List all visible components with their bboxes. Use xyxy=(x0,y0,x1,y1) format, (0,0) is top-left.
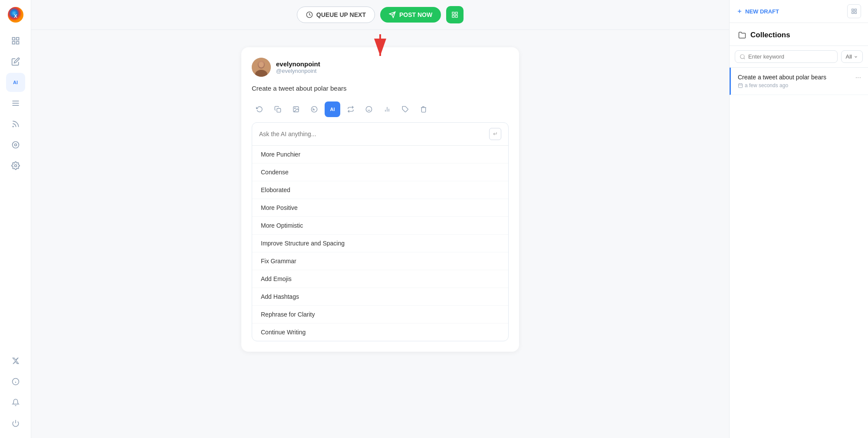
svg-point-35 xyxy=(366,106,372,112)
layout-toggle-button[interactable] xyxy=(847,4,861,18)
queue-label: QUEUE UP NEXT xyxy=(316,11,366,18)
collection-item-time: a few seconds ago xyxy=(745,82,788,88)
calendar-icon xyxy=(738,83,743,88)
ai-menu-item-rephrase[interactable]: Rephrase for Clarity xyxy=(252,306,508,324)
sidebar-item-settings[interactable] xyxy=(6,156,25,175)
ai-menu-item-structure[interactable]: Improve Structure and Spacing xyxy=(252,235,508,252)
post-label: POST NOW xyxy=(399,11,432,18)
right-panel: NEW DRAFT Collections All Create a tweet… xyxy=(729,0,868,438)
tag-button[interactable] xyxy=(398,101,413,117)
sidebar-item-power[interactable] xyxy=(6,414,25,433)
filter-dropdown[interactable]: All xyxy=(841,50,863,63)
delete-button[interactable] xyxy=(416,101,431,117)
topbar: QUEUE UP NEXT POST NOW xyxy=(31,0,729,30)
new-draft-label: NEW DRAFT xyxy=(745,8,779,15)
ai-menu-item[interactable]: Eloborated xyxy=(252,181,508,199)
svg-point-12 xyxy=(14,165,16,167)
ai-menu-item[interactable]: Fix Grammar xyxy=(252,252,508,270)
tweet-text: Create a tweet about polar bears xyxy=(252,84,509,94)
svg-point-30 xyxy=(259,62,263,67)
search-row: All xyxy=(730,46,868,68)
collection-item-more-button[interactable]: ··· xyxy=(855,74,861,82)
post-now-button[interactable]: POST NOW xyxy=(380,7,441,23)
sidebar-item-ai[interactable]: AI xyxy=(6,73,25,92)
svg-rect-2 xyxy=(12,38,15,40)
svg-rect-21 xyxy=(456,12,458,14)
collections-title: Collections xyxy=(750,31,790,39)
sidebar-item-twitter[interactable] xyxy=(6,351,25,370)
arrow-indicator xyxy=(372,34,389,62)
svg-text:X: X xyxy=(14,13,17,19)
ai-button[interactable]: AI xyxy=(325,101,340,117)
queue-up-next-button[interactable]: QUEUE UP NEXT xyxy=(297,7,375,23)
ai-menu-item[interactable]: More Optimistic xyxy=(252,217,508,235)
svg-point-11 xyxy=(12,142,19,148)
svg-rect-50 xyxy=(739,84,743,88)
svg-rect-22 xyxy=(452,15,454,17)
svg-point-48 xyxy=(740,54,744,58)
user-info: evelynonpoint @evelynonpoint xyxy=(276,60,320,74)
username: evelynonpoint xyxy=(276,60,320,68)
collections-list: Create a tweet about polar bears a few s… xyxy=(730,68,868,438)
image-button[interactable] xyxy=(288,101,304,117)
retweet-button[interactable] xyxy=(343,101,358,117)
svg-rect-4 xyxy=(12,42,15,44)
svg-point-9 xyxy=(13,126,13,127)
collection-item-title: Create a tweet about polar bears xyxy=(738,74,855,81)
ai-menu-item[interactable]: More Positive xyxy=(252,199,508,217)
emoji-button[interactable] xyxy=(361,101,377,117)
sidebar-item-compose[interactable] xyxy=(6,52,25,71)
sidebar-item-bell[interactable] xyxy=(6,393,25,412)
collection-item[interactable]: Create a tweet about polar bears a few s… xyxy=(730,68,868,95)
post-options-button[interactable] xyxy=(446,6,464,23)
ai-menu-item[interactable]: Add Hashtags xyxy=(252,288,508,306)
svg-rect-46 xyxy=(852,12,854,13)
sidebar-item-info[interactable] xyxy=(6,372,25,391)
svg-point-10 xyxy=(14,144,16,146)
sidebar-item-content[interactable] xyxy=(6,94,25,113)
chevron-down-icon xyxy=(854,55,858,59)
svg-rect-31 xyxy=(277,108,281,112)
sidebar-item-analytics[interactable] xyxy=(6,135,25,154)
new-draft-button[interactable]: NEW DRAFT xyxy=(736,8,779,15)
svg-rect-44 xyxy=(852,9,854,11)
search-input[interactable] xyxy=(748,53,833,60)
ai-menu-item[interactable]: Add Emojis xyxy=(252,270,508,288)
avatar xyxy=(252,58,271,77)
undo-button[interactable] xyxy=(252,101,267,117)
gif-button[interactable] xyxy=(306,101,322,117)
main-content: QUEUE UP NEXT POST NOW xyxy=(31,0,729,438)
ai-menu: More Punchier Condense Eloborated More P… xyxy=(252,146,508,341)
filter-label: All xyxy=(846,53,852,60)
sidebar-item-dashboard[interactable] xyxy=(6,31,25,50)
search-icon xyxy=(740,54,746,60)
svg-rect-5 xyxy=(16,42,19,44)
svg-rect-45 xyxy=(855,9,856,11)
ai-menu-item[interactable]: Continue Writing xyxy=(252,324,508,341)
ai-input-row: ↵ xyxy=(252,123,508,146)
editor-toolbar: AI xyxy=(252,101,509,117)
user-handle: @evelynonpoint xyxy=(276,68,320,74)
sidebar: X AI xyxy=(0,0,31,438)
ai-menu-item[interactable]: More Punchier xyxy=(252,146,508,163)
svg-rect-3 xyxy=(16,38,19,40)
compose-card: evelynonpoint @evelynonpoint Create a tw… xyxy=(241,47,519,352)
sidebar-item-feed[interactable] xyxy=(6,114,25,134)
poll-button[interactable] xyxy=(379,101,395,117)
copy-button[interactable] xyxy=(270,101,286,117)
svg-rect-47 xyxy=(855,12,856,13)
right-panel-topbar: NEW DRAFT xyxy=(730,0,868,23)
collection-item-content: Create a tweet about polar bears a few s… xyxy=(738,74,855,88)
ai-panel: ↵ More Punchier Condense Eloborated More… xyxy=(252,122,509,341)
ai-submit-button[interactable]: ↵ xyxy=(489,128,501,140)
search-box xyxy=(735,50,838,63)
ai-menu-item[interactable]: Condense xyxy=(252,163,508,181)
svg-line-49 xyxy=(744,58,745,59)
collection-item-meta: a few seconds ago xyxy=(738,82,855,88)
svg-rect-23 xyxy=(456,15,458,17)
svg-rect-20 xyxy=(452,12,454,14)
logo[interactable]: X xyxy=(6,5,25,24)
collections-header: Collections xyxy=(730,23,868,46)
ai-input[interactable] xyxy=(259,131,489,137)
svg-point-33 xyxy=(295,108,296,108)
